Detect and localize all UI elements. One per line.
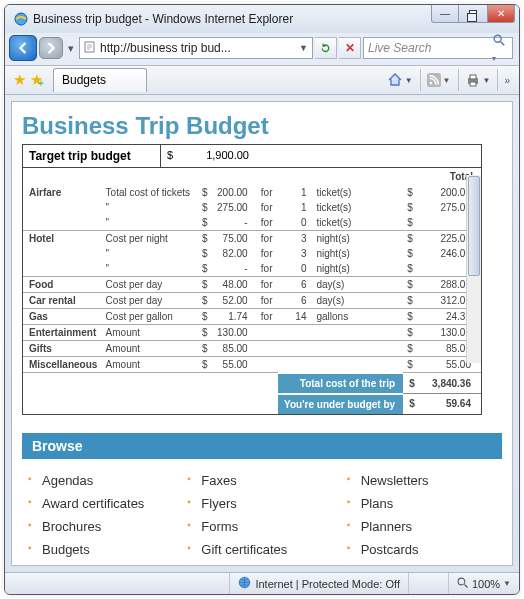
cell-desc: Amount (102, 357, 198, 373)
cell-amt: 75.00 (211, 231, 255, 247)
cell-cur: $ (198, 200, 212, 215)
refresh-button[interactable] (315, 37, 337, 59)
cell-cat: Gifts (23, 341, 102, 357)
cell-qty: 0 (278, 261, 311, 277)
favorites-star-icon[interactable]: ★ (13, 71, 26, 89)
cell-unit: night(s) (310, 261, 403, 277)
home-button[interactable]: ▼ (384, 69, 416, 91)
table-scrollbar[interactable] (466, 175, 481, 363)
under-budget-value: 59.64 (425, 394, 481, 414)
table-row: EntertainmentAmount$130.00$130.00 (23, 325, 481, 341)
cell-cur: $ (403, 185, 425, 200)
page-body[interactable]: Business Trip Budget Target trip budget … (12, 102, 512, 565)
cell-cur: $ (403, 325, 425, 341)
address-field[interactable]: http://business trip bud... ▼ (79, 37, 313, 59)
cell-cat (23, 200, 102, 215)
cell-for: for (256, 185, 278, 200)
page-icon (84, 41, 96, 56)
cell-amt: 200.00 (211, 185, 255, 200)
url-dropdown-icon[interactable]: ▼ (299, 43, 308, 53)
target-currency: $ (161, 145, 179, 167)
browse-link[interactable]: Faxes (187, 469, 336, 492)
browser-tab[interactable]: Budgets (53, 68, 147, 92)
cell-unit: ticket(s) (310, 185, 403, 200)
nav-history-dropdown[interactable]: ▾ (65, 37, 77, 59)
table-row: Car rentalCost per day$52.00for6day(s)$3… (23, 293, 481, 309)
cell-qty (278, 341, 311, 357)
browse-link[interactable]: Gift certificates (187, 538, 336, 561)
zoom-value: 100% (472, 578, 500, 590)
forward-button[interactable] (39, 37, 63, 59)
browse-link[interactable]: Newsletters (347, 469, 496, 492)
browse-link[interactable]: Budgets (28, 538, 177, 561)
cell-qty: 6 (278, 293, 311, 309)
browse-link[interactable]: Planners (347, 515, 496, 538)
content-viewport: Business Trip Budget Target trip budget … (11, 101, 513, 566)
table-row: HotelCost per night$75.00for3night(s)$22… (23, 231, 481, 247)
stop-button[interactable]: ✕ (339, 37, 361, 59)
cell-desc: Cost per night (102, 231, 198, 247)
maximize-button[interactable] (459, 5, 487, 23)
cell-amt: 52.00 (211, 293, 255, 309)
cell-cat (23, 215, 102, 231)
more-tools-chevron[interactable]: » (497, 69, 513, 91)
address-bar: ▾ http://business trip bud... ▼ ✕ Live S… (5, 33, 519, 65)
close-button[interactable]: ✕ (487, 5, 515, 23)
cell-cur: $ (198, 357, 212, 373)
cell-desc: " (102, 246, 198, 261)
zoom-pane[interactable]: 100% ▼ (448, 573, 519, 594)
cell-unit (310, 357, 403, 373)
back-button[interactable] (9, 35, 37, 61)
scrollbar-thumb[interactable] (468, 176, 480, 276)
under-budget-label: You're under budget by (278, 394, 403, 414)
cell-cur: $ (198, 293, 212, 309)
zoom-dropdown-icon[interactable]: ▼ (503, 579, 511, 588)
browse-link[interactable]: Postcards (347, 538, 496, 561)
search-placeholder: Live Search (368, 41, 431, 55)
ie-window: Business trip budget - Windows Internet … (4, 4, 520, 595)
page-heading: Business Trip Budget (22, 112, 508, 140)
total-cost-value: 3,840.36 (425, 373, 481, 394)
cell-unit: gallons (310, 309, 403, 325)
cell-cat (23, 261, 102, 277)
table-row: "$82.00for3night(s)$246.00 (23, 246, 481, 261)
browse-link[interactable]: Plans (347, 492, 496, 515)
browse-link[interactable]: Brochures (28, 515, 177, 538)
cell-cat: Miscellaneous (23, 357, 102, 373)
command-bar: ★ ★＋ Budgets ▼ ▼ ▼ » (5, 65, 519, 95)
cell-cat: Hotel (23, 231, 102, 247)
status-bar: Internet | Protected Mode: Off 100% ▼ (5, 572, 519, 594)
cell-cat: Food (23, 277, 102, 293)
minimize-button[interactable]: — (431, 5, 459, 23)
browse-link[interactable]: Agendas (28, 469, 177, 492)
window-title: Business trip budget - Windows Internet … (33, 12, 293, 26)
cell-cat: Car rental (23, 293, 102, 309)
search-icon[interactable]: ▾ (488, 33, 508, 64)
cell-desc: Amount (102, 325, 198, 341)
cell-cur: $ (198, 215, 212, 231)
browse-link[interactable]: Award certificates (28, 492, 177, 515)
cell-for: for (256, 261, 278, 277)
cell-cur: $ (403, 277, 425, 293)
cell-unit (310, 325, 403, 341)
titlebar: Business trip budget - Windows Internet … (5, 5, 519, 33)
cell-for: for (256, 215, 278, 231)
cell-qty: 14 (278, 309, 311, 325)
status-text: Internet | Protected Mode: Off (255, 578, 400, 590)
spacer-pane (408, 573, 448, 594)
add-favorite-icon[interactable]: ★＋ (30, 71, 43, 89)
browse-link[interactable]: Flyers (187, 492, 336, 515)
cell-amt: 48.00 (211, 277, 255, 293)
globe-icon (238, 576, 251, 591)
cell-unit: ticket(s) (310, 215, 403, 231)
cell-amt: - (211, 215, 255, 231)
browse-link[interactable]: Forms (187, 515, 336, 538)
search-field[interactable]: Live Search ▾ (363, 37, 513, 59)
cell-for: for (256, 231, 278, 247)
cell-cat: Entertainment (23, 325, 102, 341)
print-button[interactable]: ▼ (458, 69, 494, 91)
zone-pane: Internet | Protected Mode: Off (229, 573, 408, 594)
feeds-button[interactable]: ▼ (420, 69, 454, 91)
more-categories-link[interactable]: » More categories (22, 565, 502, 566)
total-cost-label: Total cost of the trip (278, 373, 403, 394)
